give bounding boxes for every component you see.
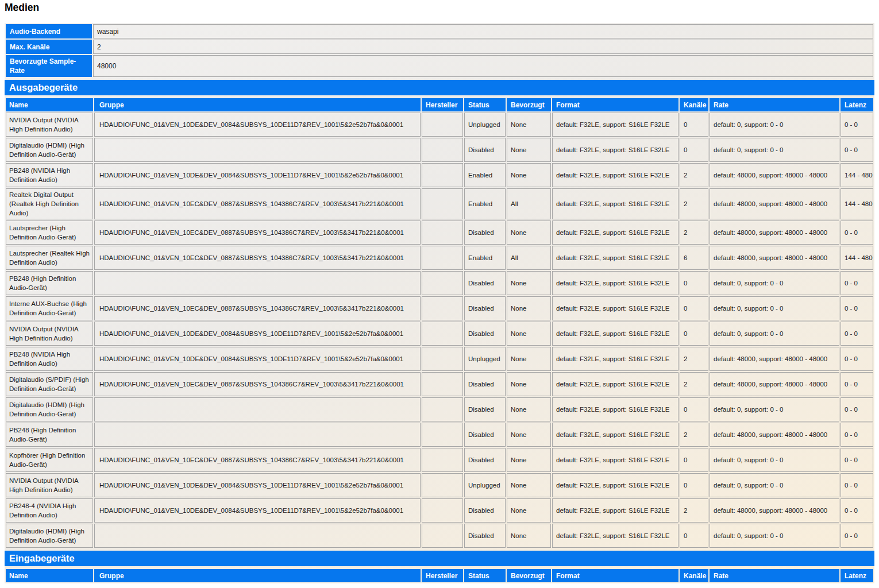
device-row: Realtek Digital Output (Realtek High Def… xyxy=(6,188,873,219)
cell-gruppe: HDAUDIO\FUNC_01&VEN_10DE&DEV_0084&SUBSYS… xyxy=(94,163,421,187)
cell-status: Unplugged xyxy=(464,347,506,371)
cell-hersteller xyxy=(422,473,463,497)
cell-kanaele: 0 xyxy=(680,271,708,295)
cell-name: Digitalaudio (S/PDIF) (High Definition A… xyxy=(6,372,93,396)
info-value-max-kanaele: 2 xyxy=(93,40,873,54)
cell-rate: default: 48000, support: 48000 - 48000 xyxy=(710,246,839,270)
cell-latenz: 0 - 0 xyxy=(841,271,873,295)
cell-bevorzugt: None xyxy=(507,347,551,371)
cell-name: PB248 (NVIDIA High Definition Audio) xyxy=(6,347,93,371)
cell-name: NVIDIA Output (NVIDIA High Definition Au… xyxy=(6,322,93,346)
cell-rate: default: 0, support: 0 - 0 xyxy=(710,473,839,497)
cell-rate: default: 0, support: 0 - 0 xyxy=(710,271,839,295)
cell-hersteller xyxy=(422,322,463,346)
column-header-status: Status xyxy=(464,98,506,111)
section-header-output-devices: Ausgabegeräte xyxy=(5,80,874,95)
cell-format: default: F32LE, support: S16LE F32LE xyxy=(552,246,678,270)
cell-bevorzugt: None xyxy=(507,498,551,523)
cell-format: default: F32LE, support: S16LE F32LE xyxy=(552,113,678,137)
cell-latenz: 0 - 0 xyxy=(841,113,873,137)
cell-gruppe: HDAUDIO\FUNC_01&VEN_10EC&DEV_0887&SUBSYS… xyxy=(94,296,421,320)
section-header-input-devices: Eingabegeräte xyxy=(5,551,874,566)
cell-bevorzugt: None xyxy=(507,397,551,421)
cell-latenz: 0 - 0 xyxy=(841,448,873,472)
cell-latenz: 144 - 480 xyxy=(841,188,873,219)
info-value-audio-backend: wasapi xyxy=(93,24,873,38)
cell-rate: default: 48000, support: 48000 - 48000 xyxy=(710,347,839,371)
cell-hersteller xyxy=(422,397,463,421)
audio-settings-table: Audio-Backend wasapi Max. Kanäle 2 Bevor… xyxy=(5,23,874,78)
cell-kanaele: 0 xyxy=(680,138,708,162)
media-report: Audio-Backend wasapi Max. Kanäle 2 Bevor… xyxy=(5,23,874,583)
cell-rate: default: 48000, support: 48000 - 48000 xyxy=(710,498,839,523)
device-row: Lautsprecher (Realtek High Definition Au… xyxy=(6,246,873,270)
cell-hersteller xyxy=(422,423,463,447)
cell-kanaele: 2 xyxy=(680,498,708,523)
device-row: Kopfhörer (High Definition Audio-Gerät)H… xyxy=(6,448,873,472)
info-label-sample-rate: Bevorzugte Sample-Rate xyxy=(6,55,92,77)
cell-gruppe xyxy=(94,423,421,447)
cell-kanaele: 0 xyxy=(680,113,708,137)
column-header-rate: Rate xyxy=(710,98,839,111)
table-header-row: Name Gruppe Hersteller Status Bevorzugt … xyxy=(6,98,873,111)
cell-name: Lautsprecher (Realtek High Definition Au… xyxy=(6,246,93,270)
cell-name: Digitalaudio (HDMI) (High Definition Aud… xyxy=(6,138,93,162)
cell-bevorzugt: All xyxy=(507,188,551,219)
cell-rate: default: 48000, support: 48000 - 48000 xyxy=(710,372,839,396)
info-label-max-kanaele: Max. Kanäle xyxy=(6,40,92,54)
cell-latenz: 144 - 480 xyxy=(841,246,873,270)
cell-gruppe: HDAUDIO\FUNC_01&VEN_10DE&DEV_0084&SUBSYS… xyxy=(94,473,421,497)
cell-hersteller xyxy=(422,524,463,548)
cell-hersteller xyxy=(422,271,463,295)
cell-format: default: F32LE, support: S16LE F32LE xyxy=(552,423,678,447)
cell-status: Disabled xyxy=(464,448,506,472)
cell-name: Lautsprecher (High Definition Audio-Gerä… xyxy=(6,220,93,245)
cell-kanaele: 2 xyxy=(680,347,708,371)
cell-rate: default: 48000, support: 48000 - 48000 xyxy=(710,220,839,245)
cell-name: Realtek Digital Output (Realtek High Def… xyxy=(6,188,93,219)
cell-hersteller xyxy=(422,498,463,523)
cell-kanaele: 0 xyxy=(680,296,708,320)
device-row: PB248 (NVIDIA High Definition Audio)HDAU… xyxy=(6,347,873,371)
cell-name: Interne AUX-Buchse (High Definition Audi… xyxy=(6,296,93,320)
column-header-kanaele: Kanäle xyxy=(680,98,708,111)
column-header-hersteller: Hersteller xyxy=(422,98,463,111)
device-row: NVIDIA Output (NVIDIA High Definition Au… xyxy=(6,322,873,346)
cell-status: Enabled xyxy=(464,163,506,187)
column-header-latenz: Latenz xyxy=(841,569,873,582)
cell-hersteller xyxy=(422,372,463,396)
cell-format: default: F32LE, support: S16LE F32LE xyxy=(552,220,678,245)
cell-bevorzugt: None xyxy=(507,138,551,162)
cell-latenz: 0 - 0 xyxy=(841,524,873,548)
cell-hersteller xyxy=(422,188,463,219)
cell-bevorzugt: None xyxy=(507,448,551,472)
cell-bevorzugt: None xyxy=(507,423,551,447)
input-devices-table: Name Gruppe Hersteller Status Bevorzugt … xyxy=(5,568,874,583)
column-header-name: Name xyxy=(6,569,93,582)
column-header-format: Format xyxy=(552,569,678,582)
device-row: Interne AUX-Buchse (High Definition Audi… xyxy=(6,296,873,320)
cell-gruppe: HDAUDIO\FUNC_01&VEN_10EC&DEV_0887&SUBSYS… xyxy=(94,188,421,219)
cell-name: PB248-4 (NVIDIA High Definition Audio) xyxy=(6,498,93,523)
cell-latenz: 0 - 0 xyxy=(841,220,873,245)
cell-bevorzugt: None xyxy=(507,271,551,295)
cell-bevorzugt: None xyxy=(507,296,551,320)
table-header-row: Name Gruppe Hersteller Status Bevorzugt … xyxy=(6,569,873,582)
column-header-format: Format xyxy=(552,98,678,111)
cell-gruppe: HDAUDIO\FUNC_01&VEN_10DE&DEV_0084&SUBSYS… xyxy=(94,113,421,137)
cell-gruppe: HDAUDIO\FUNC_01&VEN_10DE&DEV_0084&SUBSYS… xyxy=(94,322,421,346)
cell-status: Enabled xyxy=(464,246,506,270)
cell-gruppe: HDAUDIO\FUNC_01&VEN_10EC&DEV_0887&SUBSYS… xyxy=(94,448,421,472)
cell-rate: default: 0, support: 0 - 0 xyxy=(710,138,839,162)
cell-format: default: F32LE, support: S16LE F32LE xyxy=(552,138,678,162)
cell-name: Digitalaudio (HDMI) (High Definition Aud… xyxy=(6,524,93,548)
cell-latenz: 0 - 0 xyxy=(841,423,873,447)
cell-status: Disabled xyxy=(464,296,506,320)
info-row: Audio-Backend wasapi xyxy=(6,24,873,38)
device-row: Digitalaudio (HDMI) (High Definition Aud… xyxy=(6,524,873,548)
cell-format: default: F32LE, support: S16LE F32LE xyxy=(552,347,678,371)
cell-status: Disabled xyxy=(464,397,506,421)
cell-format: default: F32LE, support: S16LE F32LE xyxy=(552,524,678,548)
cell-bevorzugt: None xyxy=(507,113,551,137)
cell-kanaele: 6 xyxy=(680,246,708,270)
